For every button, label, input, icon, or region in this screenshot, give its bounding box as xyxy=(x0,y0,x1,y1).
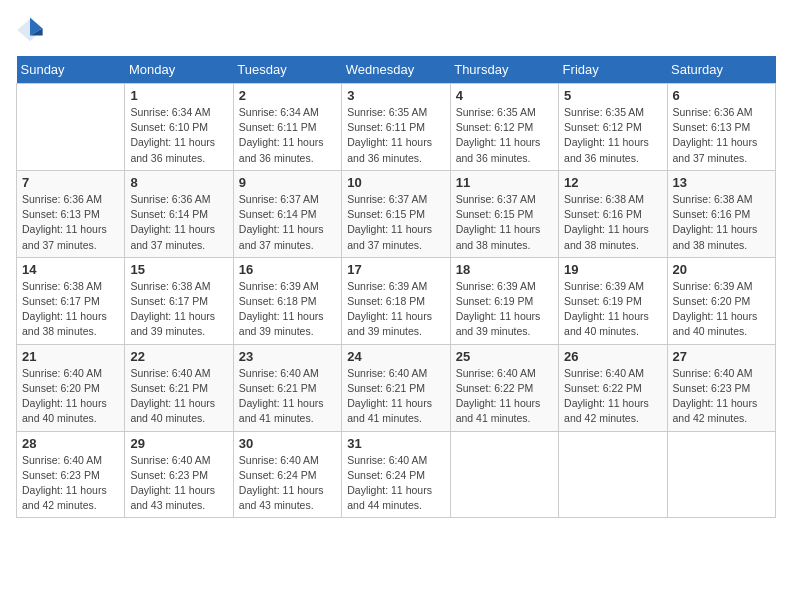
day-info: Sunrise: 6:38 AM Sunset: 6:17 PM Dayligh… xyxy=(22,279,119,340)
day-number: 1 xyxy=(130,88,227,103)
logo-icon xyxy=(16,16,44,44)
day-info: Sunrise: 6:39 AM Sunset: 6:18 PM Dayligh… xyxy=(239,279,336,340)
day-number: 4 xyxy=(456,88,553,103)
calendar-week-row: 21Sunrise: 6:40 AM Sunset: 6:20 PM Dayli… xyxy=(17,344,776,431)
day-info: Sunrise: 6:38 AM Sunset: 6:17 PM Dayligh… xyxy=(130,279,227,340)
calendar-cell: 20Sunrise: 6:39 AM Sunset: 6:20 PM Dayli… xyxy=(667,257,775,344)
day-number: 18 xyxy=(456,262,553,277)
page-header xyxy=(16,16,776,44)
day-number: 25 xyxy=(456,349,553,364)
calendar-cell: 5Sunrise: 6:35 AM Sunset: 6:12 PM Daylig… xyxy=(559,84,667,171)
calendar-cell: 10Sunrise: 6:37 AM Sunset: 6:15 PM Dayli… xyxy=(342,170,450,257)
day-number: 19 xyxy=(564,262,661,277)
day-of-week-header: Friday xyxy=(559,56,667,84)
day-number: 16 xyxy=(239,262,336,277)
day-info: Sunrise: 6:40 AM Sunset: 6:21 PM Dayligh… xyxy=(239,366,336,427)
calendar-cell: 21Sunrise: 6:40 AM Sunset: 6:20 PM Dayli… xyxy=(17,344,125,431)
calendar-week-row: 7Sunrise: 6:36 AM Sunset: 6:13 PM Daylig… xyxy=(17,170,776,257)
calendar-week-row: 14Sunrise: 6:38 AM Sunset: 6:17 PM Dayli… xyxy=(17,257,776,344)
calendar-cell: 9Sunrise: 6:37 AM Sunset: 6:14 PM Daylig… xyxy=(233,170,341,257)
calendar-cell: 17Sunrise: 6:39 AM Sunset: 6:18 PM Dayli… xyxy=(342,257,450,344)
day-number: 6 xyxy=(673,88,770,103)
calendar-cell: 11Sunrise: 6:37 AM Sunset: 6:15 PM Dayli… xyxy=(450,170,558,257)
calendar-cell: 29Sunrise: 6:40 AM Sunset: 6:23 PM Dayli… xyxy=(125,431,233,518)
day-number: 7 xyxy=(22,175,119,190)
calendar-cell: 2Sunrise: 6:34 AM Sunset: 6:11 PM Daylig… xyxy=(233,84,341,171)
calendar-cell xyxy=(559,431,667,518)
day-number: 21 xyxy=(22,349,119,364)
day-number: 22 xyxy=(130,349,227,364)
calendar-cell: 31Sunrise: 6:40 AM Sunset: 6:24 PM Dayli… xyxy=(342,431,450,518)
day-number: 24 xyxy=(347,349,444,364)
calendar-cell: 4Sunrise: 6:35 AM Sunset: 6:12 PM Daylig… xyxy=(450,84,558,171)
day-number: 13 xyxy=(673,175,770,190)
calendar-cell: 26Sunrise: 6:40 AM Sunset: 6:22 PM Dayli… xyxy=(559,344,667,431)
calendar-cell: 13Sunrise: 6:38 AM Sunset: 6:16 PM Dayli… xyxy=(667,170,775,257)
day-info: Sunrise: 6:40 AM Sunset: 6:21 PM Dayligh… xyxy=(347,366,444,427)
calendar-cell: 1Sunrise: 6:34 AM Sunset: 6:10 PM Daylig… xyxy=(125,84,233,171)
day-number: 30 xyxy=(239,436,336,451)
day-info: Sunrise: 6:37 AM Sunset: 6:15 PM Dayligh… xyxy=(456,192,553,253)
day-number: 5 xyxy=(564,88,661,103)
day-number: 11 xyxy=(456,175,553,190)
day-info: Sunrise: 6:40 AM Sunset: 6:24 PM Dayligh… xyxy=(347,453,444,514)
calendar-cell: 12Sunrise: 6:38 AM Sunset: 6:16 PM Dayli… xyxy=(559,170,667,257)
calendar-body: 1Sunrise: 6:34 AM Sunset: 6:10 PM Daylig… xyxy=(17,84,776,518)
calendar-cell: 28Sunrise: 6:40 AM Sunset: 6:23 PM Dayli… xyxy=(17,431,125,518)
day-info: Sunrise: 6:38 AM Sunset: 6:16 PM Dayligh… xyxy=(564,192,661,253)
day-info: Sunrise: 6:40 AM Sunset: 6:23 PM Dayligh… xyxy=(673,366,770,427)
day-number: 26 xyxy=(564,349,661,364)
day-info: Sunrise: 6:35 AM Sunset: 6:11 PM Dayligh… xyxy=(347,105,444,166)
day-info: Sunrise: 6:35 AM Sunset: 6:12 PM Dayligh… xyxy=(564,105,661,166)
day-number: 8 xyxy=(130,175,227,190)
day-info: Sunrise: 6:34 AM Sunset: 6:11 PM Dayligh… xyxy=(239,105,336,166)
calendar-week-row: 1Sunrise: 6:34 AM Sunset: 6:10 PM Daylig… xyxy=(17,84,776,171)
day-number: 17 xyxy=(347,262,444,277)
day-of-week-header: Wednesday xyxy=(342,56,450,84)
day-of-week-header: Sunday xyxy=(17,56,125,84)
day-info: Sunrise: 6:40 AM Sunset: 6:22 PM Dayligh… xyxy=(564,366,661,427)
calendar-cell: 3Sunrise: 6:35 AM Sunset: 6:11 PM Daylig… xyxy=(342,84,450,171)
calendar-cell: 19Sunrise: 6:39 AM Sunset: 6:19 PM Dayli… xyxy=(559,257,667,344)
day-info: Sunrise: 6:40 AM Sunset: 6:21 PM Dayligh… xyxy=(130,366,227,427)
calendar-header: SundayMondayTuesdayWednesdayThursdayFrid… xyxy=(17,56,776,84)
day-number: 14 xyxy=(22,262,119,277)
day-info: Sunrise: 6:40 AM Sunset: 6:23 PM Dayligh… xyxy=(130,453,227,514)
calendar-cell: 6Sunrise: 6:36 AM Sunset: 6:13 PM Daylig… xyxy=(667,84,775,171)
day-number: 23 xyxy=(239,349,336,364)
day-number: 9 xyxy=(239,175,336,190)
day-number: 31 xyxy=(347,436,444,451)
calendar-cell: 23Sunrise: 6:40 AM Sunset: 6:21 PM Dayli… xyxy=(233,344,341,431)
day-info: Sunrise: 6:38 AM Sunset: 6:16 PM Dayligh… xyxy=(673,192,770,253)
calendar-cell xyxy=(667,431,775,518)
logo xyxy=(16,16,48,44)
day-info: Sunrise: 6:37 AM Sunset: 6:15 PM Dayligh… xyxy=(347,192,444,253)
calendar-cell: 16Sunrise: 6:39 AM Sunset: 6:18 PM Dayli… xyxy=(233,257,341,344)
calendar-cell: 8Sunrise: 6:36 AM Sunset: 6:14 PM Daylig… xyxy=(125,170,233,257)
day-of-week-header: Tuesday xyxy=(233,56,341,84)
day-number: 10 xyxy=(347,175,444,190)
day-info: Sunrise: 6:37 AM Sunset: 6:14 PM Dayligh… xyxy=(239,192,336,253)
day-info: Sunrise: 6:40 AM Sunset: 6:22 PM Dayligh… xyxy=(456,366,553,427)
day-info: Sunrise: 6:39 AM Sunset: 6:19 PM Dayligh… xyxy=(456,279,553,340)
calendar-cell: 30Sunrise: 6:40 AM Sunset: 6:24 PM Dayli… xyxy=(233,431,341,518)
day-of-week-header: Monday xyxy=(125,56,233,84)
day-info: Sunrise: 6:40 AM Sunset: 6:24 PM Dayligh… xyxy=(239,453,336,514)
day-info: Sunrise: 6:36 AM Sunset: 6:13 PM Dayligh… xyxy=(22,192,119,253)
day-info: Sunrise: 6:36 AM Sunset: 6:14 PM Dayligh… xyxy=(130,192,227,253)
calendar-table: SundayMondayTuesdayWednesdayThursdayFrid… xyxy=(16,56,776,518)
day-info: Sunrise: 6:40 AM Sunset: 6:20 PM Dayligh… xyxy=(22,366,119,427)
day-info: Sunrise: 6:39 AM Sunset: 6:19 PM Dayligh… xyxy=(564,279,661,340)
calendar-cell: 27Sunrise: 6:40 AM Sunset: 6:23 PM Dayli… xyxy=(667,344,775,431)
calendar-cell: 18Sunrise: 6:39 AM Sunset: 6:19 PM Dayli… xyxy=(450,257,558,344)
day-number: 2 xyxy=(239,88,336,103)
day-info: Sunrise: 6:39 AM Sunset: 6:20 PM Dayligh… xyxy=(673,279,770,340)
day-number: 28 xyxy=(22,436,119,451)
calendar-cell xyxy=(450,431,558,518)
day-info: Sunrise: 6:35 AM Sunset: 6:12 PM Dayligh… xyxy=(456,105,553,166)
calendar-week-row: 28Sunrise: 6:40 AM Sunset: 6:23 PM Dayli… xyxy=(17,431,776,518)
day-of-week-header: Thursday xyxy=(450,56,558,84)
day-info: Sunrise: 6:34 AM Sunset: 6:10 PM Dayligh… xyxy=(130,105,227,166)
day-number: 29 xyxy=(130,436,227,451)
day-number: 15 xyxy=(130,262,227,277)
